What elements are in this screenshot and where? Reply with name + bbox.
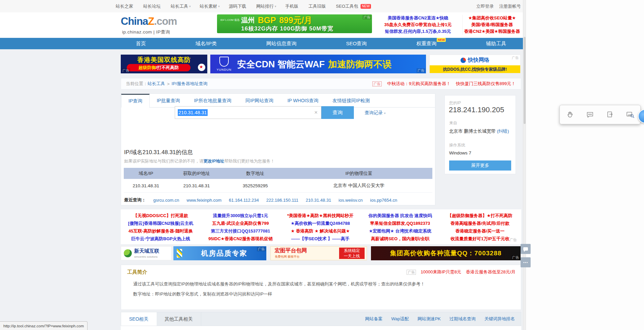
recent-link[interactable]: 222.186.150.111 [266,198,299,203]
nav-item-site-info[interactable]: 网站信息查询 [266,41,297,47]
text-ad-link[interactable]: 高薪诚聘SEO，国内兼职/全职 [360,235,440,243]
promo-link-midautumn[interactable]: 中秋活动：9元购买高防服务器！ [387,81,450,87]
recent-link[interactable]: ios.weiisv.cn [338,198,363,203]
text-ad-link[interactable]: 【超级防御服务器】★打不死高防 [440,212,520,219]
screenshot-zoom-tool-icon[interactable] [625,110,635,120]
top-link-mobile[interactable]: 手机版 [285,3,300,9]
ad-link[interactable]: 美国/香港/韩国服务器 [463,21,522,28]
banner-ad-traffic-buy[interactable]: 集团高价收购各种流量QQ：7003288 广告 [371,246,521,260]
tab-ip-location-batch[interactable]: IP所在地批量查询 [187,94,238,107]
recent-link[interactable]: 210.31.48.31 [306,198,331,203]
recent-link[interactable]: ios.pp7654.cn [370,198,397,203]
feedback-button[interactable] [521,244,531,254]
comment-tool-icon[interactable] [585,110,595,120]
nav-item-aux-tools[interactable]: 辅助工具 [486,41,506,47]
text-ad-link[interactable]: 香港稳定服务器/买一送一 [440,227,520,235]
top-link-old-tools[interactable]: 工具旧版 [309,3,327,9]
text-ad-link[interactable]: 第三方支付接口QQ153777081 [201,227,280,235]
text-ad-link[interactable]: 苹果短信全国群发,QQ1892373 [360,219,440,227]
breadcrumb-link-current[interactable]: IP/服务器地址查询 [172,81,208,87]
nav-item-domain-ip[interactable]: 域名/IP类 [196,41,217,47]
ad-link[interactable]: ★集团高价收SEO站量★ [463,15,522,21]
top-link-source[interactable]: 源码下载 [229,3,247,9]
nav-item-weight[interactable]: 权重查询NEW [416,41,436,47]
result-title: IP/域名210.31.48.31的信息 [124,148,193,156]
recent-link[interactable]: 61.164.112.234 [229,198,259,203]
text-ad-link[interactable]: 香港高端服务器/先试用/后付款 [440,219,520,227]
register-link[interactable]: 注册新帐号 [499,3,521,9]
top-link-seo-kit[interactable]: SEO工具包NEW [336,3,371,9]
recent-queries: 最近查询： gsrcu.com.cn www.feixinph.com 61.1… [124,195,397,205]
text-ad-link[interactable]: *美国香港★高防★黑科技网站秒开 [280,212,360,219]
tab-friend-link-check[interactable]: 友情链接同IP检测 [325,94,377,107]
text-ad-link[interactable]: 95IDC★香港CN2服务器现机促销 [201,235,280,243]
share-page-tool-icon[interactable] [605,110,615,120]
login-link[interactable]: 立即登录 [476,3,494,9]
banner-ad-bgp[interactable]: 广告 IDC1.COM 值迅 温州 BGP 899元/月 16核32G内存 10… [217,14,372,33]
ad-link[interactable]: 香港CN2★美国★韩国服务器 [463,28,522,35]
footer-link-speed-pk[interactable]: 网站测速PK [418,316,441,322]
nav-item-home[interactable]: 首页 [136,41,146,47]
expand-more-button[interactable]: 展开更多 [449,160,511,171]
promo-link-kuaikuai[interactable]: 快快厦门三线高防仅售899元！ [456,81,516,87]
more-widgets-button[interactable]: ••• [521,257,531,267]
your-ip-label: 您的IP [449,100,461,106]
top-link-rank[interactable]: 网站排行▾ [256,3,276,9]
text-ad-link[interactable]: [傲翔云]香港韩国CN2独服|云主机 [121,219,201,227]
footer-link-wap[interactable]: Wap适配 [391,316,409,322]
tab-other-tools[interactable]: 其他工具相关 [157,312,201,326]
banner-ad-cdn-waf[interactable]: YUNDUN 安全CDN 智能云WAF加速防御两不误 广告 [210,55,426,73]
footer-quick-links: 网站备案 Wap适配 网站测速PK 过期域名查询 关键词异地排名 [365,316,515,322]
top-link-tools[interactable]: 站长工具▾ [171,3,191,9]
top-nav: 站长之家 站长论坛 站长工具▾ 站长素材▾ 源码下载 网站排行▾ 手机版 工具旧… [116,3,371,9]
text-ad-link[interactable]: ★ 香港高防 ★ 解决域名问题★ [280,227,360,235]
query-button[interactable]: 查询 [321,106,354,119]
banner-ad-hk-defense[interactable]: 香港美国双线高防 超级防御/打不死高防 广告 [121,55,207,73]
recent-link[interactable]: gsrcu.com.cn [153,198,179,203]
top-link-material[interactable]: 站长素材▾ [200,3,220,9]
banner-ad-datacenter[interactable]: 机房品质专家 广告 [173,246,266,260]
banner-ad-hongtu[interactable]: 宏图平台包网免费包网 极致平台 系统稳定一天上线 [270,246,367,260]
ad-link[interactable]: 短信群发,任何内容,1.5万条,0.35元 [376,28,460,35]
text-ad-link[interactable]: 巨牛云-宁波高防BGP火热上线 [121,235,201,243]
banner-city: 温州 [241,16,255,24]
change-ip-link[interactable]: 更改IP地址 [204,159,224,163]
text-ad-link[interactable]: 流量提升3000独立ip只需1元 [201,212,280,219]
text-ad-link[interactable]: 收流量质量好可1万IP五千元收 [440,235,520,243]
text-ad-link[interactable]: 你的美国服务器 抗攻击 速度快吗 [360,212,440,219]
footer-link-expired-domain[interactable]: 过期域名查询 [449,316,476,322]
text-ad-link[interactable]: ——【学SEO技术 】——高手 [280,235,360,243]
chinaz-logo[interactable]: ChinaZ.com [121,15,177,27]
promo-link-hk-cloud[interactable]: 香港云服务器低至28元/月 [466,269,516,275]
hand-tool-icon[interactable] [565,110,575,120]
tab-ip-whois[interactable]: IP WHOIS查询 [280,94,325,107]
ip-search-input[interactable]: 210.31.48.31 × [175,106,321,119]
recent-link[interactable]: www.feixinph.com [186,198,221,203]
text-ad-link[interactable]: 五九盾-武汉企业高防仅售799 [201,219,280,227]
text-ad-link[interactable]: 【无视DDOS/CC】打死退款 [121,212,201,219]
footer-link-icp[interactable]: 网站备案 [365,316,382,322]
breadcrumb-link-tools[interactable]: 站长工具 [148,81,165,87]
tab-ip-batch[interactable]: IP批量查询 [150,94,187,107]
text-ad-link[interactable]: ★宏图包网★ 台湾技术/稳定系统 [360,227,440,235]
tab-same-ip-sites[interactable]: 同IP网站查询 [238,94,280,107]
idc-logo: IDC1.COM 值迅 [220,17,234,22]
query-history-dropdown[interactable]: 查询记录▾ [365,110,386,116]
text-ad-link[interactable]: 45互联-高防妙解服务器-随时退换 [121,227,201,235]
logo-part-z: Z [148,15,154,27]
clear-icon[interactable]: × [314,109,318,116]
top-link-home[interactable]: 站长之家 [116,3,134,9]
nav-item-seo[interactable]: SEO查询 [346,41,367,47]
ad-link[interactable]: 美国香港服务器CN2直连★快稳 [376,15,460,21]
text-ad-link[interactable]: ★高价收购一切流量Q2494788 [280,219,360,227]
promo-link-ip-traffic[interactable]: 10000来路IP只需8元 [421,269,461,275]
banner-ad-simcentric[interactable]: 新天域互联simcentric solutions [121,246,172,260]
tool-intro-section: 工具简介 广告 10000来路IP只需8元 香港云服务器低至28元/月 通过该工… [121,265,521,310]
fix-error-link[interactable]: (纠错) [497,129,509,134]
tab-seo-related[interactable]: SEO相关 [121,312,157,326]
tab-ip-query[interactable]: IP查询 [121,94,150,108]
top-link-forum[interactable]: 站长论坛 [143,3,162,9]
ad-link[interactable]: 35盘永久免费百G带宽自动上传1元 [376,21,460,28]
banner-ad-kuaikuai[interactable]: 快快网络 抗DDOS,抗CC,找快快专家级品牌! 广告 [429,55,521,73]
footer-link-keyword-rank[interactable]: 关键词异地排名 [484,316,515,322]
